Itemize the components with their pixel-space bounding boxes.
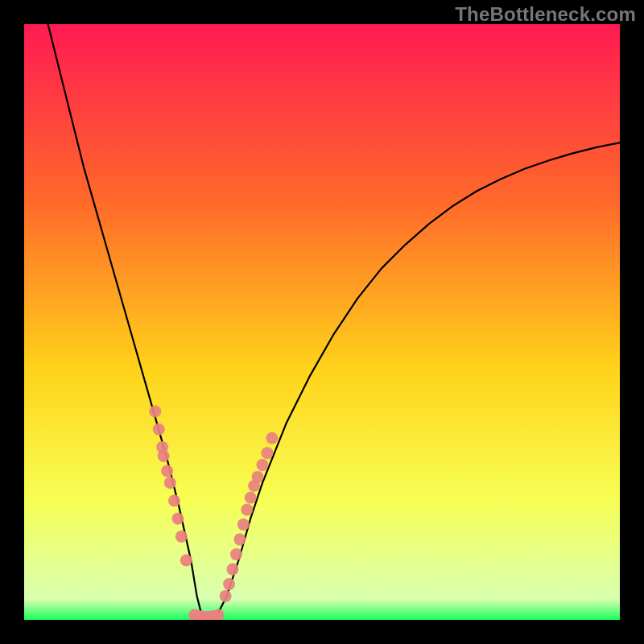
marker-right-cluster bbox=[230, 548, 242, 560]
marker-right-cluster bbox=[227, 564, 239, 576]
marker-left-cluster bbox=[158, 450, 170, 462]
attribution-label: TheBottleneck.com bbox=[455, 3, 636, 26]
plot-area bbox=[24, 24, 620, 620]
marker-right-cluster bbox=[220, 590, 232, 602]
marker-left-cluster bbox=[168, 495, 180, 507]
marker-left-cluster bbox=[175, 530, 188, 543]
marker-left-cluster bbox=[180, 555, 192, 567]
marker-right-cluster bbox=[252, 471, 264, 483]
marker-right-cluster bbox=[241, 504, 253, 516]
marker-right-cluster bbox=[233, 534, 246, 546]
chart-frame: TheBottleneck.com bbox=[0, 0, 644, 644]
marker-left-cluster bbox=[164, 477, 176, 489]
marker-right-cluster bbox=[237, 518, 250, 530]
marker-left-cluster bbox=[161, 465, 173, 477]
marker-right-cluster bbox=[257, 459, 269, 471]
marker-left-cluster bbox=[149, 406, 161, 418]
marker-right-cluster bbox=[261, 447, 273, 459]
marker-left-cluster bbox=[171, 513, 184, 525]
marker-left-cluster bbox=[153, 423, 165, 436]
marker-right-cluster bbox=[266, 432, 278, 444]
gradient-background bbox=[24, 24, 620, 620]
chart-svg bbox=[24, 24, 620, 620]
marker-right-cluster bbox=[223, 578, 235, 590]
marker-right-cluster bbox=[245, 492, 257, 504]
